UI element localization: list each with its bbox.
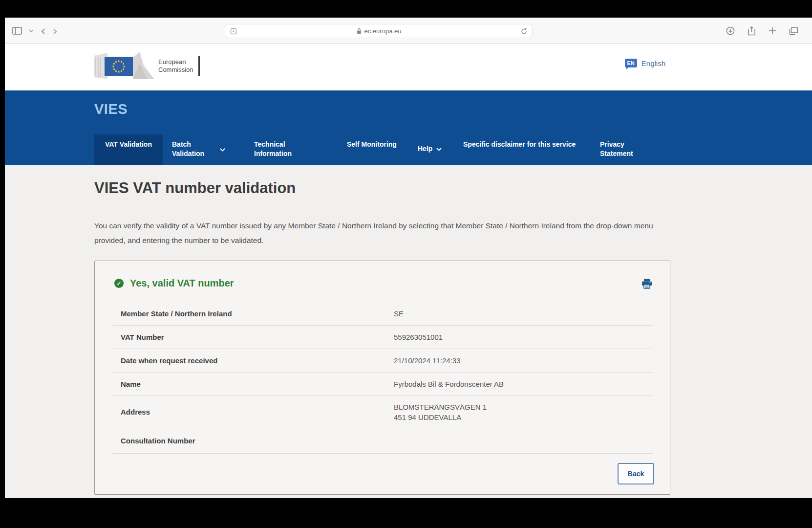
nav-specific-disclaimer[interactable]: Specific disclaimer for this service [463,140,577,149]
back-arrow-icon[interactable]: ‹ [41,24,45,37]
ec-logo-text: European Commission [158,58,193,74]
lock-icon [357,28,362,34]
new-tab-icon[interactable] [769,27,776,35]
ec-logo-divider [198,56,200,76]
table-row-address: Address BLOMSTERÄNGSVÄGEN 1 451 94 UDDEV… [112,396,653,428]
main-navigation: VAT Validation Batch Validation Technica… [5,134,812,165]
intro-text: You can verify the validity of a VAT num… [94,219,669,248]
print-icon[interactable] [641,279,652,291]
table-row-vat-number: VAT Number 559263051001 [112,326,653,349]
url-text: ec.europa.eu [364,27,402,35]
browser-toolbar: ‹ › ec.europa.eu [5,18,812,44]
toolbar-right-group [726,18,798,44]
chevron-down-icon [436,144,442,154]
language-selector[interactable]: EN English [625,59,665,67]
nav-technical-information[interactable]: Technical Information [254,140,308,158]
address-url-group: ec.europa.eu [237,27,521,35]
status-row: ✓ Yes, valid VAT number [114,278,234,289]
address-bar[interactable]: ec.europa.eu [225,24,533,38]
nav-batch-validation[interactable]: Batch Validation [172,140,225,158]
downloads-icon[interactable] [726,26,735,35]
valid-check-icon: ✓ [114,279,124,288]
table-row-name: Name Fyrbodals Bil & Fordonscenter AB [112,373,653,396]
row-label: Address [112,408,394,416]
tab-overview-icon[interactable] [789,27,798,35]
row-label: VAT Number [112,333,394,341]
site-band: VIES VAT Validation Batch Validation Tec… [5,90,812,165]
main-content: VIES VAT number validation You can verif… [5,165,812,498]
chevron-down-icon [220,145,225,154]
ec-header: European Commission EN English [5,44,812,90]
table-row-consultation-number: Consultation Number [112,428,653,454]
back-button[interactable]: Back [618,463,654,484]
validation-result-card: ✓ Yes, valid VAT number Member State / N… [94,261,670,495]
nav-privacy-statement[interactable]: Privacy Statement [600,140,654,158]
row-label: Date when request received [112,356,394,365]
nav-vat-validation[interactable]: VAT Validation [94,134,163,165]
row-label: Consultation Number [112,437,394,445]
vies-brand[interactable]: VIES [94,101,128,117]
table-row-member-state: Member State / Northern Ireland SE [112,302,653,326]
row-value: BLOMSTERÄNGSVÄGEN 1 451 94 UDDEVALLA [394,402,653,422]
forward-arrow-icon[interactable]: › [52,24,57,37]
row-value: SE [394,308,653,319]
site-settings-icon[interactable] [230,28,237,35]
share-icon[interactable] [748,26,756,36]
table-row-request-date: Date when request received 21/10/2024 11… [112,349,653,373]
ec-flag-graphic [93,51,154,81]
reload-icon[interactable] [521,28,527,35]
row-value: 559263051001 [394,332,653,342]
language-badge: EN [625,59,637,67]
row-value: Fyrbodals Bil & Fordonscenter AB [394,379,653,389]
nav-help[interactable]: Help [418,144,442,154]
european-commission-logo[interactable]: European Commission [93,51,200,81]
chevron-down-icon[interactable] [29,29,34,32]
row-label: Member State / Northern Ireland [112,309,394,318]
sidebar-icon[interactable] [12,27,22,35]
screen-frame: ‹ › ec.europa.eu [0,0,812,528]
toolbar-left-group: ‹ › [12,18,58,44]
status-text: Yes, valid VAT number [130,278,234,289]
browser-window: ‹ › ec.europa.eu [5,18,812,498]
page-title: VIES VAT number validation [94,179,296,197]
language-label: English [641,59,665,67]
row-label: Name [112,380,394,388]
row-value: 21/10/2024 11:24:33 [394,355,653,366]
nav-self-monitoring[interactable]: Self Monitoring [347,140,398,149]
result-table: Member State / Northern Ireland SE VAT N… [112,302,653,454]
